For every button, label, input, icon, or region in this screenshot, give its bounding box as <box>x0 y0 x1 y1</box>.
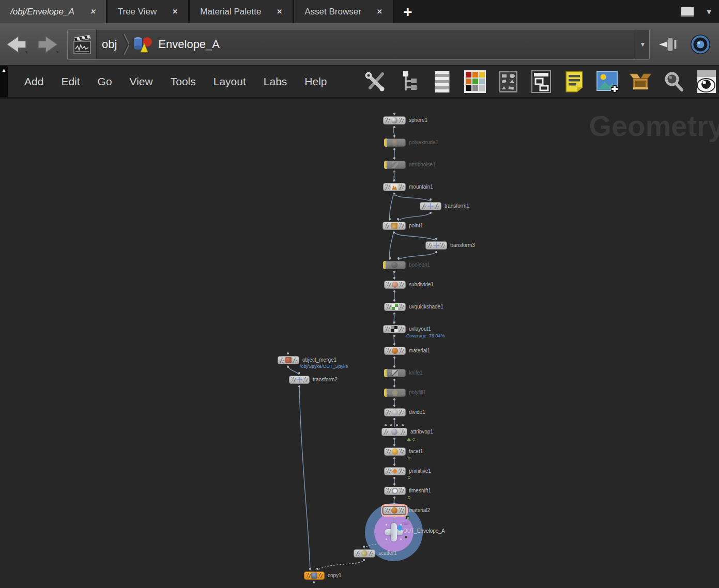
input-port[interactable] <box>309 568 311 570</box>
output-port[interactable] <box>393 335 395 337</box>
tab-material-palette[interactable]: Material Palette ✕ <box>190 0 294 23</box>
input-port[interactable] <box>393 157 395 159</box>
output-port[interactable] <box>393 418 395 420</box>
tools-icon[interactable] <box>363 69 388 94</box>
node-uvlayout1[interactable] <box>383 325 406 333</box>
input-port[interactable] <box>287 352 289 354</box>
output-port[interactable] <box>298 385 300 388</box>
shapes-panel-icon[interactable] <box>496 69 521 94</box>
input-port[interactable] <box>393 483 395 485</box>
node-transform3[interactable] <box>425 241 447 250</box>
node-facet1[interactable] <box>384 447 406 456</box>
input-port[interactable] <box>397 257 400 259</box>
node-material1[interactable] <box>384 347 406 355</box>
input-port[interactable] <box>393 444 395 446</box>
wire[interactable] <box>317 559 364 570</box>
output-port[interactable] <box>393 357 395 359</box>
node-timeshift1[interactable] <box>384 487 406 495</box>
input-port[interactable] <box>363 546 365 548</box>
menu-labs[interactable]: Labs <box>255 75 296 88</box>
node-mountain1[interactable] <box>383 183 406 191</box>
input-port[interactable] <box>430 198 432 200</box>
wire[interactable] <box>288 365 299 375</box>
input-port[interactable] <box>393 113 395 115</box>
output-port[interactable] <box>393 457 395 459</box>
wire[interactable] <box>394 231 436 240</box>
network-editor-canvas[interactable]: Geometry sphere1polyextrude1attribnoise1… <box>0 99 719 588</box>
output-port[interactable] <box>393 126 395 128</box>
node-knife1[interactable] <box>384 369 406 377</box>
output-port[interactable] <box>393 477 395 479</box>
input-port[interactable] <box>393 135 395 137</box>
output-port[interactable] <box>393 231 395 234</box>
close-icon[interactable]: ✕ <box>172 8 178 16</box>
input-port[interactable] <box>393 299 395 301</box>
input-port[interactable] <box>393 463 395 466</box>
input-port[interactable] <box>393 385 395 387</box>
output-port[interactable] <box>313 581 315 583</box>
path-breadcrumb-field[interactable]: obj Envelope_A ▼ <box>67 29 650 60</box>
output-port[interactable] <box>435 251 437 253</box>
node-attribnoise1[interactable] <box>384 161 406 169</box>
tree-hierarchy-icon[interactable] <box>396 69 421 94</box>
node-point1[interactable] <box>383 222 406 230</box>
add-image-icon[interactable] <box>595 69 620 94</box>
follow-selection-button[interactable] <box>687 31 714 58</box>
input-port[interactable] <box>393 277 395 279</box>
menu-add[interactable]: Add <box>16 75 52 88</box>
close-icon[interactable]: ✕ <box>377 8 383 16</box>
network-context-button[interactable] <box>68 29 97 59</box>
output-port[interactable] <box>287 366 289 368</box>
search-icon[interactable] <box>661 69 686 94</box>
breadcrumb-root[interactable]: obj <box>97 38 122 51</box>
node-object_merge1[interactable] <box>278 356 299 364</box>
output-port[interactable] <box>393 497 395 499</box>
output-port[interactable] <box>393 516 395 518</box>
wire[interactable] <box>398 251 436 260</box>
close-icon[interactable]: ✕ <box>277 8 282 16</box>
input-port[interactable] <box>316 568 318 570</box>
layout-panes-icon[interactable] <box>529 69 554 94</box>
node-transform1[interactable] <box>420 202 441 210</box>
close-icon[interactable]: ✕ <box>90 8 96 16</box>
wire[interactable] <box>390 231 394 260</box>
eye-icon[interactable] <box>694 69 719 94</box>
input-port[interactable] <box>393 365 395 367</box>
sticky-notes-icon[interactable] <box>562 69 587 94</box>
input-port[interactable] <box>389 218 391 220</box>
wire[interactable] <box>398 212 431 221</box>
input-port[interactable] <box>393 179 395 181</box>
menu-go[interactable]: Go <box>89 75 121 88</box>
forward-button[interactable] <box>36 33 62 56</box>
node-sphere1[interactable] <box>383 116 406 125</box>
pane-menu-dropdown-icon[interactable]: ▼ <box>705 7 713 16</box>
output-port[interactable] <box>393 379 395 381</box>
output-port[interactable] <box>393 290 395 292</box>
pin-path-button[interactable] <box>655 31 682 58</box>
input-port[interactable] <box>393 405 395 407</box>
node-primitive1[interactable] <box>384 467 406 475</box>
new-tab-button[interactable]: + <box>394 0 421 23</box>
input-port[interactable] <box>393 343 395 345</box>
input-port[interactable] <box>435 238 437 240</box>
node-transform2[interactable] <box>289 376 310 384</box>
node-subdivide1[interactable] <box>384 281 406 289</box>
collapse-menubar-handle[interactable]: ▲ <box>0 66 8 97</box>
menu-edit[interactable]: Edit <box>52 75 88 88</box>
output-port[interactable] <box>393 398 395 400</box>
input-port[interactable] <box>393 321 395 323</box>
input-port[interactable] <box>385 424 387 426</box>
output-port[interactable] <box>393 148 395 150</box>
tab-asset-browser[interactable]: Asset Browser ✕ <box>294 0 394 23</box>
pane-maximize-icon[interactable] <box>681 7 694 17</box>
input-port[interactable] <box>298 372 300 374</box>
color-palette-icon[interactable] <box>463 69 487 94</box>
node-attribvop1[interactable] <box>381 428 407 436</box>
menu-tools[interactable]: Tools <box>162 75 205 88</box>
output-port[interactable] <box>430 212 432 214</box>
node-polyfill1[interactable] <box>384 389 406 397</box>
input-port[interactable] <box>390 424 392 426</box>
tab-tree-view[interactable]: Tree View ✕ <box>108 0 190 23</box>
node-divide1[interactable] <box>384 408 406 416</box>
output-port[interactable] <box>393 438 395 440</box>
